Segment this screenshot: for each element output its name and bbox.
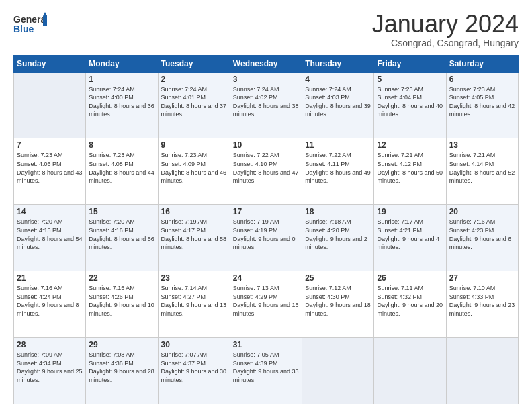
day-number: 12 [377,140,443,150]
day-number: 17 [233,207,299,216]
calendar-day-cell [446,338,518,404]
day-number: 23 [161,273,227,283]
day-header-friday: Friday [374,55,446,72]
calendar-day-cell: 18Sunrise: 7:18 AMSunset: 4:20 PMDayligh… [302,205,374,271]
calendar-day-cell: 7Sunrise: 7:23 AMSunset: 4:06 PMDaylight… [14,138,86,205]
calendar-day-cell: 28Sunrise: 7:09 AMSunset: 4:34 PMDayligh… [14,338,86,404]
calendar-day-cell [14,72,86,138]
calendar-day-cell: 27Sunrise: 7:10 AMSunset: 4:33 PMDayligh… [446,271,518,338]
header: General Blue January 2024 Csongrad, Cson… [13,11,519,48]
svg-marker-2 [43,16,47,26]
page: General Blue January 2024 Csongrad, Cson… [0,0,532,411]
calendar-table: SundayMondayTuesdayWednesdayThursdayFrid… [13,55,519,404]
day-info: Sunrise: 7:08 AMSunset: 4:36 PMDaylight:… [89,351,154,384]
day-number: 7 [17,140,83,150]
day-number: 22 [89,273,154,283]
day-number: 21 [17,273,83,283]
calendar-day-cell: 17Sunrise: 7:19 AMSunset: 4:19 PMDayligh… [230,205,302,271]
calendar-day-cell: 2Sunrise: 7:24 AMSunset: 4:01 PMDaylight… [158,72,230,138]
calendar-day-cell: 20Sunrise: 7:16 AMSunset: 4:23 PMDayligh… [446,205,518,271]
day-number: 28 [17,340,83,349]
day-info: Sunrise: 7:11 AMSunset: 4:32 PMDaylight:… [377,284,443,318]
day-number: 25 [305,273,371,283]
day-info: Sunrise: 7:20 AMSunset: 4:16 PMDaylight:… [89,218,154,251]
day-info: Sunrise: 7:16 AMSunset: 4:24 PMDaylight:… [17,284,83,318]
day-number: 2 [161,75,227,84]
day-header-wednesday: Wednesday [230,55,302,72]
day-info: Sunrise: 7:23 AMSunset: 4:08 PMDaylight:… [89,151,154,185]
calendar-day-cell: 16Sunrise: 7:19 AMSunset: 4:17 PMDayligh… [158,205,230,271]
svg-text:Blue: Blue [13,24,34,34]
day-info: Sunrise: 7:07 AMSunset: 4:37 PMDaylight:… [161,351,227,384]
logo-icon: General Blue [13,11,47,38]
day-header-saturday: Saturday [446,55,518,72]
calendar-day-cell: 3Sunrise: 7:24 AMSunset: 4:02 PMDaylight… [230,72,302,138]
calendar-day-cell: 5Sunrise: 7:23 AMSunset: 4:04 PMDaylight… [374,72,446,138]
month-title: January 2024 [372,11,519,38]
calendar-day-cell: 4Sunrise: 7:24 AMSunset: 4:03 PMDaylight… [302,72,374,138]
calendar-header-row: SundayMondayTuesdayWednesdayThursdayFrid… [14,55,519,72]
day-info: Sunrise: 7:19 AMSunset: 4:19 PMDaylight:… [233,218,299,251]
location-title: Csongrad, Csongrad, Hungary [372,38,519,48]
calendar-day-cell: 15Sunrise: 7:20 AMSunset: 4:16 PMDayligh… [86,205,158,271]
day-number: 11 [305,140,371,150]
calendar-day-cell: 25Sunrise: 7:12 AMSunset: 4:30 PMDayligh… [302,271,374,338]
day-number: 1 [89,75,154,84]
calendar-day-cell [302,338,374,404]
calendar-day-cell: 12Sunrise: 7:21 AMSunset: 4:12 PMDayligh… [374,138,446,205]
day-info: Sunrise: 7:21 AMSunset: 4:14 PMDaylight:… [449,151,515,185]
day-number: 19 [377,207,443,216]
day-number: 16 [161,207,227,216]
day-info: Sunrise: 7:23 AMSunset: 4:06 PMDaylight:… [17,151,83,185]
logo: General Blue [13,11,47,40]
day-info: Sunrise: 7:21 AMSunset: 4:12 PMDaylight:… [377,151,443,185]
day-number: 15 [89,207,154,216]
day-info: Sunrise: 7:10 AMSunset: 4:33 PMDaylight:… [449,284,515,318]
day-header-monday: Monday [86,55,158,72]
day-info: Sunrise: 7:19 AMSunset: 4:17 PMDaylight:… [161,218,227,251]
day-number: 14 [17,207,83,216]
day-info: Sunrise: 7:23 AMSunset: 4:04 PMDaylight:… [377,85,443,119]
day-number: 24 [233,273,299,283]
day-info: Sunrise: 7:14 AMSunset: 4:27 PMDaylight:… [161,284,227,318]
calendar-day-cell: 23Sunrise: 7:14 AMSunset: 4:27 PMDayligh… [158,271,230,338]
day-number: 8 [89,140,154,150]
day-info: Sunrise: 7:24 AMSunset: 4:00 PMDaylight:… [89,85,154,119]
calendar-week-row: 28Sunrise: 7:09 AMSunset: 4:34 PMDayligh… [14,338,519,404]
day-header-thursday: Thursday [302,55,374,72]
day-info: Sunrise: 7:05 AMSunset: 4:39 PMDaylight:… [233,351,299,384]
day-number: 18 [305,207,371,216]
calendar-day-cell: 11Sunrise: 7:22 AMSunset: 4:11 PMDayligh… [302,138,374,205]
calendar-day-cell: 14Sunrise: 7:20 AMSunset: 4:15 PMDayligh… [14,205,86,271]
day-number: 13 [449,140,515,150]
calendar-day-cell: 29Sunrise: 7:08 AMSunset: 4:36 PMDayligh… [86,338,158,404]
day-number: 29 [89,340,154,349]
calendar-day-cell: 19Sunrise: 7:17 AMSunset: 4:21 PMDayligh… [374,205,446,271]
calendar-day-cell: 24Sunrise: 7:13 AMSunset: 4:29 PMDayligh… [230,271,302,338]
day-info: Sunrise: 7:17 AMSunset: 4:21 PMDaylight:… [377,218,443,251]
calendar-day-cell: 8Sunrise: 7:23 AMSunset: 4:08 PMDaylight… [86,138,158,205]
day-header-sunday: Sunday [14,55,86,72]
day-number: 6 [449,75,515,84]
day-info: Sunrise: 7:09 AMSunset: 4:34 PMDaylight:… [17,351,83,384]
day-info: Sunrise: 7:22 AMSunset: 4:10 PMDaylight:… [233,151,299,185]
calendar-week-row: 7Sunrise: 7:23 AMSunset: 4:06 PMDaylight… [14,138,519,205]
day-info: Sunrise: 7:23 AMSunset: 4:05 PMDaylight:… [449,85,515,119]
day-info: Sunrise: 7:16 AMSunset: 4:23 PMDaylight:… [449,218,515,251]
day-number: 30 [161,340,227,349]
day-info: Sunrise: 7:24 AMSunset: 4:03 PMDaylight:… [305,85,371,119]
day-info: Sunrise: 7:15 AMSunset: 4:26 PMDaylight:… [89,284,154,318]
calendar-day-cell: 13Sunrise: 7:21 AMSunset: 4:14 PMDayligh… [446,138,518,205]
calendar-day-cell: 26Sunrise: 7:11 AMSunset: 4:32 PMDayligh… [374,271,446,338]
day-header-tuesday: Tuesday [158,55,230,72]
day-number: 4 [305,75,371,84]
calendar-day-cell: 31Sunrise: 7:05 AMSunset: 4:39 PMDayligh… [230,338,302,404]
calendar-week-row: 1Sunrise: 7:24 AMSunset: 4:00 PMDaylight… [14,72,519,138]
calendar-day-cell: 22Sunrise: 7:15 AMSunset: 4:26 PMDayligh… [86,271,158,338]
day-number: 31 [233,340,299,349]
day-info: Sunrise: 7:24 AMSunset: 4:02 PMDaylight:… [233,85,299,119]
title-block: January 2024 Csongrad, Csongrad, Hungary [372,11,519,48]
day-number: 9 [161,140,227,150]
calendar-day-cell: 10Sunrise: 7:22 AMSunset: 4:10 PMDayligh… [230,138,302,205]
calendar-day-cell: 9Sunrise: 7:23 AMSunset: 4:09 PMDaylight… [158,138,230,205]
